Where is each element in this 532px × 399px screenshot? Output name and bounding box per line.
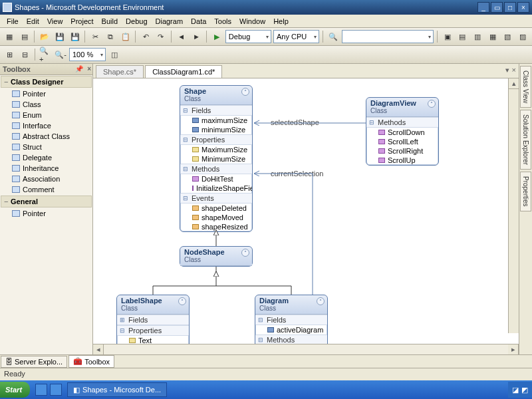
zoom-combo[interactable]: 100 % — [69, 48, 106, 61]
tb-extra6[interactable]: ▨ — [516, 30, 529, 43]
close-panel-button[interactable]: × — [87, 65, 91, 72]
tb-extra4[interactable]: ▦ — [486, 30, 499, 43]
add-item-button[interactable]: ▤ — [18, 30, 31, 43]
class-labelshape[interactable]: LabelShapeClass˄ Fields Properties Text … — [116, 295, 190, 344]
class-nodeshape[interactable]: NodeShapeClass˅ — [180, 246, 253, 267]
diagram-canvas[interactable]: ShapeClass˄ Fields maximumSize minimumSi… — [93, 78, 519, 344]
chevron-up-icon[interactable]: ˄ — [428, 100, 436, 108]
tab-classdiagram[interactable]: ClassDiagram1.cd* — [145, 65, 222, 78]
tool-class[interactable]: Class — [0, 99, 92, 110]
save-all-button[interactable]: 💾 — [68, 30, 82, 43]
class-diagramview[interactable]: DiagramViewClass˄ Methods ScrollDown Scr… — [366, 97, 439, 166]
nav-fwd-button[interactable]: ► — [190, 30, 203, 43]
paste-button[interactable]: 📋 — [119, 30, 132, 43]
scroll-left-icon[interactable]: ◂ — [93, 344, 104, 354]
tool-pointer[interactable]: Pointer — [0, 88, 92, 99]
taskbar-item-shapes[interactable]: ◧Shapes - Microsoft De... — [67, 382, 167, 397]
start-debug-button[interactable]: ▶ — [210, 30, 223, 43]
tool-inheritance[interactable]: Inheritance — [0, 163, 92, 174]
category-class-designer[interactable]: Class Designer — [1, 76, 92, 88]
close-button[interactable]: × — [517, 2, 529, 13]
menu-window[interactable]: Window — [235, 16, 269, 27]
horizontal-scrollbar[interactable]: ◂ ▸ — [93, 344, 519, 354]
pin-icon[interactable]: 📌 — [75, 65, 83, 72]
minimize-button[interactable]: _ — [477, 2, 489, 13]
vtab-class-view[interactable]: Class View — [520, 66, 531, 108]
tool-enum[interactable]: Enum — [0, 110, 92, 120]
start-button[interactable]: Start — [0, 382, 30, 398]
menu-build[interactable]: Build — [98, 16, 122, 27]
tab-close-icon[interactable]: × — [512, 66, 516, 74]
btab-toolbox[interactable]: 🧰Toolbox — [68, 355, 114, 368]
section-fields[interactable]: Fields — [117, 315, 189, 325]
menu-tools[interactable]: Tools — [210, 16, 235, 27]
group-button[interactable]: ⊞ — [3, 48, 16, 61]
menu-view[interactable]: View — [43, 16, 67, 27]
tool-interface[interactable]: Interface — [0, 120, 92, 131]
section-methods[interactable]: Methods — [255, 334, 327, 344]
tb-extra5[interactable]: ▧ — [501, 30, 515, 43]
tool-abstract-class[interactable]: Abstract Class — [0, 131, 92, 142]
section-properties[interactable]: Properties — [117, 325, 189, 336]
tray-icon[interactable]: ◪ — [512, 386, 519, 394]
vertical-scrollbar[interactable]: ▴ — [508, 78, 519, 333]
tool-struct[interactable]: Struct — [0, 142, 92, 152]
overview-button[interactable]: ◫ — [108, 48, 121, 61]
maximize-button[interactable]: □ — [504, 2, 516, 13]
section-methods[interactable]: Methods — [180, 164, 252, 174]
menu-edit[interactable]: Edit — [23, 16, 43, 27]
category-general[interactable]: General — [1, 196, 92, 207]
tray-icon[interactable]: ◩ — [521, 386, 528, 394]
tool-comment[interactable]: Comment — [0, 184, 92, 195]
open-button[interactable]: 📂 — [38, 30, 51, 43]
tb-extra1[interactable]: ▣ — [441, 30, 454, 43]
section-events[interactable]: Events — [180, 193, 252, 203]
new-project-button[interactable]: ▦ — [3, 30, 16, 43]
tool-pointer-general[interactable]: Pointer — [0, 208, 92, 219]
menu-data[interactable]: Data — [187, 16, 210, 27]
tool-association[interactable]: Association — [0, 174, 92, 184]
section-properties[interactable]: Properties — [180, 134, 252, 145]
find-button[interactable]: 🔍 — [327, 30, 340, 43]
zoom-out-button[interactable]: 🔍- — [54, 48, 67, 61]
section-methods[interactable]: Methods — [366, 117, 438, 128]
chevron-up-icon[interactable]: ˄ — [241, 88, 249, 96]
chevron-up-icon[interactable]: ˄ — [317, 297, 325, 305]
chevron-up-icon[interactable]: ˄ — [178, 297, 186, 305]
section-fields[interactable]: Fields — [180, 105, 252, 116]
menu-file[interactable]: File — [3, 16, 23, 27]
quicklaunch-1[interactable] — [35, 384, 47, 396]
class-shape[interactable]: ShapeClass˄ Fields maximumSize minimumSi… — [180, 85, 253, 232]
restore-button[interactable]: ▭ — [491, 2, 503, 13]
copy-button[interactable]: ⧉ — [104, 30, 117, 43]
menu-diagram[interactable]: Diagram — [152, 16, 188, 27]
class-diagram[interactable]: DiagramClass˄ Fields activeDiagram Metho… — [255, 295, 328, 344]
cut-button[interactable]: ✂ — [88, 30, 102, 43]
find-combo[interactable] — [342, 30, 434, 43]
ungroup-button[interactable]: ⊟ — [18, 48, 31, 61]
tool-delegate[interactable]: Delegate — [0, 152, 92, 163]
menu-debug[interactable]: Debug — [122, 16, 151, 27]
save-button[interactable]: 💾 — [53, 30, 66, 43]
scroll-right-icon[interactable]: ▸ — [508, 344, 519, 354]
redo-button[interactable]: ↷ — [154, 30, 168, 43]
tb-extra3[interactable]: ▥ — [471, 30, 484, 43]
scroll-up-icon[interactable]: ▴ — [509, 78, 519, 89]
platform-combo[interactable]: Any CPU — [273, 30, 319, 43]
menu-project[interactable]: Project — [66, 16, 97, 27]
tab-shape-cs[interactable]: Shape.cs* — [96, 65, 144, 78]
chevron-down-icon[interactable]: ˅ — [241, 249, 249, 257]
menu-help[interactable]: Help — [269, 16, 293, 27]
tab-dropdown-icon[interactable]: ▾ — [505, 66, 509, 74]
section-fields[interactable]: Fields — [255, 315, 327, 325]
btab-server-explorer[interactable]: 🗄Server Explo... — [1, 356, 67, 368]
zoom-in-button[interactable]: 🔍+ — [39, 48, 52, 61]
vtab-properties[interactable]: Properties — [520, 172, 531, 211]
nav-back-button[interactable]: ◄ — [175, 30, 188, 43]
undo-button[interactable]: ↶ — [139, 30, 152, 43]
vtab-solution-explorer[interactable]: Solution Explorer — [520, 110, 531, 170]
tb-extra2[interactable]: ▤ — [456, 30, 469, 43]
config-combo[interactable]: Debug — [225, 30, 271, 43]
system-tray[interactable]: ◪◩ — [508, 382, 532, 398]
quicklaunch-2[interactable] — [50, 384, 62, 396]
